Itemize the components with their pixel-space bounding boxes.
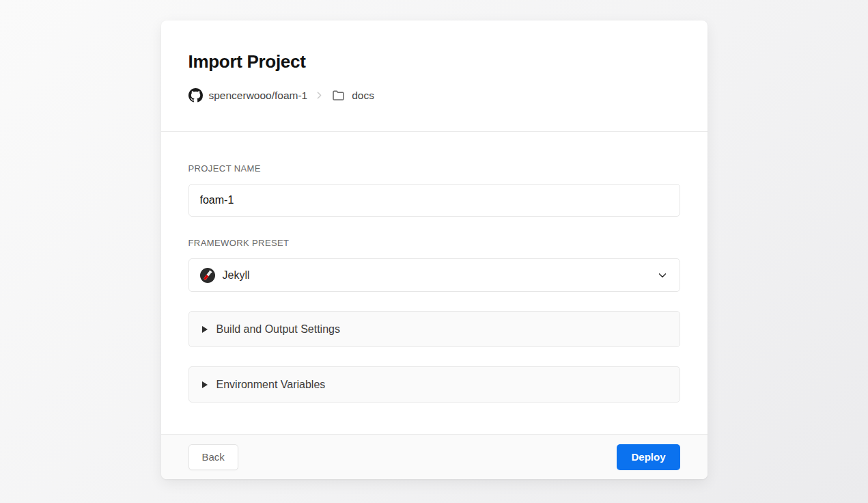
build-output-settings-section[interactable]: Build and Output Settings <box>188 311 680 347</box>
dialog-footer: Back Deploy <box>161 434 708 479</box>
back-button[interactable]: Back <box>188 444 238 470</box>
collapsed-triangle-icon <box>202 326 208 333</box>
project-name-label: PROJECT NAME <box>188 163 680 174</box>
framework-preset-select[interactable]: Jekyll <box>188 258 680 292</box>
import-project-dialog: Import Project spencerwooo/foam-1 docs P… <box>161 21 708 479</box>
framework-preset-label: FRAMEWORK PRESET <box>188 238 680 248</box>
environment-variables-section[interactable]: Environment Variables <box>188 366 680 403</box>
jekyll-icon <box>200 268 215 283</box>
section-label: Environment Variables <box>216 379 326 391</box>
breadcrumb-directory: docs <box>352 90 374 102</box>
folder-icon <box>331 88 346 103</box>
github-icon <box>188 88 203 103</box>
collapsed-triangle-icon <box>202 381 208 388</box>
chevron-right-icon <box>313 90 325 101</box>
page-title: Import Project <box>188 51 680 72</box>
dialog-header: Import Project spencerwooo/foam-1 docs <box>161 21 708 132</box>
breadcrumb: spencerwooo/foam-1 docs <box>188 88 680 103</box>
dialog-body: PROJECT NAME FRAMEWORK PRESET Jekyll <box>161 132 708 434</box>
breadcrumb-repo: spencerwooo/foam-1 <box>209 90 308 102</box>
deploy-button[interactable]: Deploy <box>617 444 680 470</box>
project-name-input[interactable] <box>188 184 680 217</box>
section-label: Build and Output Settings <box>216 323 340 336</box>
chevron-down-icon <box>656 269 669 282</box>
framework-preset-value: Jekyll <box>223 269 250 282</box>
